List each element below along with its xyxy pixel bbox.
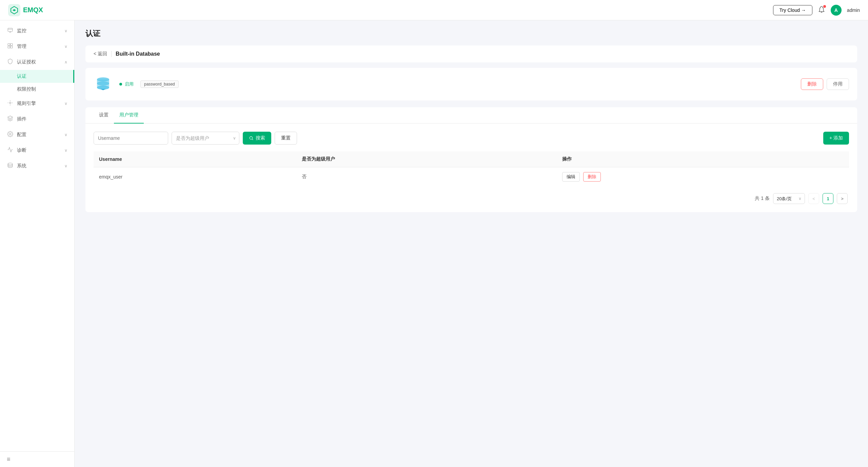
filter-row: 是否为超级用户 是 否 ∨ 搜索 重置 + 添加	[94, 132, 849, 145]
auth-icon	[7, 58, 14, 66]
col-actions: 操作	[557, 151, 849, 167]
add-button[interactable]: + 添加	[823, 132, 849, 145]
tab-settings[interactable]: 设置	[94, 107, 114, 124]
sidebar-item-plugins[interactable]: 插件	[0, 111, 74, 127]
page-size-select[interactable]: 20条/页 50条/页 100条/页	[773, 193, 805, 204]
sidebar-item-diagnose[interactable]: 诊断 ∨	[0, 143, 74, 158]
chevron-rules: ∨	[64, 101, 67, 106]
prev-page-button[interactable]: <	[808, 193, 819, 204]
sidebar-item-system[interactable]: 系统 ∨	[0, 158, 74, 174]
sidebar-label-authz: 权限控制	[17, 86, 36, 92]
svg-rect-5	[11, 46, 13, 48]
search-button-label: 搜索	[256, 135, 265, 141]
sidebar-item-manage[interactable]: 管理 ∨	[0, 39, 74, 54]
svg-point-6	[9, 102, 11, 104]
svg-point-7	[9, 133, 11, 135]
cell-actions: 编辑 删除	[557, 167, 849, 187]
avatar[interactable]: A	[831, 5, 842, 16]
chevron-manage: ∨	[64, 44, 67, 49]
sidebar-item-config[interactable]: 配置 ∨	[0, 127, 74, 143]
cell-superuser: 否	[296, 167, 557, 187]
main-content: 认证 < 返回 Built-in Database	[75, 20, 868, 467]
svg-rect-4	[8, 46, 10, 48]
logo: EMQX	[8, 4, 43, 16]
header-right: Try Cloud → A admin	[773, 5, 860, 16]
search-icon	[249, 136, 254, 141]
reset-button[interactable]: 重置	[275, 132, 297, 145]
svg-rect-2	[8, 43, 10, 45]
back-button[interactable]: < 返回	[94, 51, 107, 57]
pagination-total: 共 1 条	[755, 195, 770, 202]
admin-name: admin	[847, 7, 860, 13]
chevron-config: ∨	[64, 132, 67, 137]
diagnose-icon	[7, 147, 14, 154]
stop-button[interactable]: 停用	[827, 78, 849, 90]
table-row: emqx_user 否 编辑 删除	[94, 167, 849, 187]
next-icon: >	[841, 196, 844, 201]
chevron-monitor: ∨	[64, 29, 67, 33]
sidebar: 监控 ∨ 管理 ∨ 认证授权	[0, 20, 75, 467]
monitor-icon	[7, 27, 14, 35]
sidebar-label-config: 配置	[17, 132, 26, 138]
superuser-filter-select[interactable]: 是否为超级用户 是 否	[172, 132, 239, 145]
divider	[111, 51, 112, 57]
svg-point-8	[8, 163, 13, 165]
table-header: Username 是否为超级用户 操作	[94, 151, 849, 167]
collapse-icon: ≡	[7, 456, 11, 463]
next-page-button[interactable]: >	[837, 193, 848, 204]
sidebar-label-rules: 规则引擎	[17, 100, 36, 107]
notification-dot	[823, 5, 826, 8]
svg-point-14	[250, 136, 252, 139]
sidebar-item-auth[interactable]: 认证授权 ∧	[0, 54, 74, 70]
layout: 监控 ∨ 管理 ∨ 认证授权	[0, 20, 868, 467]
sidebar-label-monitor: 监控	[17, 28, 26, 34]
builtin-title: Built-in Database	[116, 51, 160, 57]
svg-rect-1	[8, 28, 13, 32]
tab-content-users: 是否为超级用户 是 否 ∨ 搜索 重置 + 添加	[85, 124, 857, 212]
rules-icon	[7, 100, 14, 107]
chevron-auth: ∧	[64, 60, 67, 64]
db-tag: password_based	[140, 80, 179, 88]
sidebar-label-authn: 认证	[17, 73, 26, 79]
sidebar-item-rules[interactable]: 规则引擎 ∨	[0, 96, 74, 111]
sidebar-collapse-button[interactable]: ≡	[0, 451, 74, 467]
status-dot	[119, 83, 122, 86]
system-icon	[7, 162, 14, 170]
notification-bell[interactable]	[818, 6, 825, 15]
prev-icon: <	[812, 196, 815, 201]
edit-button-row[interactable]: 编辑	[562, 172, 580, 182]
logo-text: EMQX	[23, 6, 43, 14]
pagination-size-wrap: 20条/页 50条/页 100条/页 ∨	[773, 193, 805, 204]
tab-users[interactable]: 用户管理	[114, 107, 144, 124]
db-info-card: 启用 password_based 删除 停用	[85, 68, 857, 100]
sidebar-label-plugins: 插件	[17, 116, 26, 122]
cell-username: emqx_user	[94, 167, 296, 187]
sidebar-label-auth: 认证授权	[17, 59, 36, 65]
username-filter-input[interactable]	[94, 132, 168, 145]
header: EMQX Try Cloud → A admin	[0, 0, 868, 20]
svg-rect-3	[11, 43, 13, 45]
tabs-container: 设置 用户管理 是否为超级用户 是 否 ∨	[85, 107, 857, 212]
sidebar-item-authn[interactable]: 认证	[0, 70, 74, 83]
page-1-button[interactable]: 1	[823, 193, 833, 204]
emqx-logo-icon	[8, 4, 20, 16]
search-button[interactable]: 搜索	[243, 132, 271, 145]
pagination: 共 1 条 20条/页 50条/页 100条/页 ∨ < 1	[94, 193, 849, 204]
sidebar-nav: 监控 ∨ 管理 ∨ 认证授权	[0, 20, 74, 176]
page-title: 认证	[85, 29, 857, 39]
chevron-diagnose: ∨	[64, 148, 67, 153]
back-section: < 返回 Built-in Database	[85, 45, 857, 62]
col-username: Username	[94, 151, 296, 167]
sidebar-item-authz[interactable]: 权限控制	[0, 83, 74, 96]
database-icon	[94, 75, 113, 94]
chevron-system: ∨	[64, 164, 67, 168]
users-table: Username 是否为超级用户 操作 emqx_user 否 编辑 删除	[94, 151, 849, 186]
table-body: emqx_user 否 编辑 删除	[94, 167, 849, 187]
plugins-icon	[7, 115, 14, 123]
sidebar-item-monitor[interactable]: 监控 ∨	[0, 23, 74, 39]
delete-button[interactable]: 删除	[801, 78, 823, 90]
try-cloud-button[interactable]: Try Cloud →	[773, 5, 812, 15]
superuser-filter-wrap: 是否为超级用户 是 否 ∨	[172, 132, 239, 145]
delete-button-row[interactable]: 删除	[583, 172, 601, 182]
manage-icon	[7, 43, 14, 50]
